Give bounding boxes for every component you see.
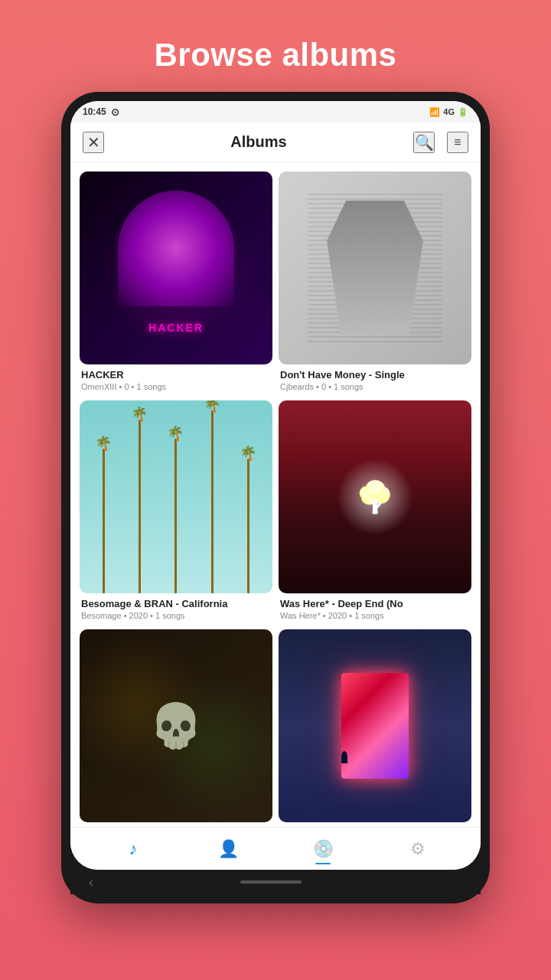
album-info: Besomage & BRAN - California Besomage • … <box>80 593 272 623</box>
status-time: 10:45 <box>83 106 106 117</box>
portal-artwork <box>341 673 409 779</box>
app-header: ✕ Albums 🔍 ≡ <box>70 122 481 162</box>
album-meta: Was Here* • 2020 • 1 songs <box>280 611 470 620</box>
album-info: Was Here* - Deep End (No Was Here* • 202… <box>279 593 471 623</box>
nav-profile[interactable]: 👤 <box>211 832 245 866</box>
album-cover-money <box>279 172 471 364</box>
status-bar: 10:45 ⊙ 📶 4G 🔋 <box>70 101 481 122</box>
filter-icon: ≡ <box>454 136 461 149</box>
list-item[interactable]: HACKER OmenXIII • 0 • 1 songs <box>80 172 272 394</box>
album-title: HACKER <box>81 369 271 381</box>
hacker-artwork <box>118 191 233 306</box>
signal-icon: 📶 <box>429 107 440 117</box>
palm-tree <box>174 439 177 593</box>
list-item[interactable]: Unknown album <box>279 629 471 827</box>
album-info: Don't Have Money - Single Cjbeards • 0 •… <box>279 364 471 394</box>
palm-tree <box>139 420 141 593</box>
album-meta: Cjbeards • 0 • 1 songs <box>280 382 470 391</box>
active-indicator <box>315 863 331 864</box>
network-type: 4G <box>443 107 455 116</box>
album-cover-hacker <box>80 172 272 364</box>
albums-icon: 💿 <box>313 839 334 859</box>
settings-icon: ⚙ <box>410 839 425 859</box>
close-icon: ✕ <box>87 133 100 152</box>
album-info: HACKER OmenXIII • 0 • 1 songs <box>80 364 272 394</box>
profile-icon: 👤 <box>218 839 239 859</box>
album-cover-california <box>80 400 272 593</box>
status-left: 10:45 ⊙ <box>83 106 119 118</box>
album-meta: OmenXIII • 0 • 1 songs <box>81 382 271 391</box>
search-button[interactable]: 🔍 <box>413 132 435 153</box>
list-item[interactable]: Don't Have Money - Single Cjbeards • 0 •… <box>279 172 471 394</box>
nav-pill <box>240 880 302 884</box>
list-item[interactable]: Besomage & BRAN - California Besomage • … <box>80 400 272 623</box>
california-artwork <box>80 400 272 593</box>
music-icon: ♪ <box>129 839 138 859</box>
phone-frame: 10:45 ⊙ 📶 4G 🔋 ✕ Albums 🔍 ≡ <box>61 92 490 903</box>
bottom-nav: ♪ 👤 💿 ⚙ <box>70 827 481 870</box>
album-meta: Besomage • 2020 • 1 songs <box>81 611 271 620</box>
albums-grid: HACKER OmenXIII • 0 • 1 songs Don't Have… <box>70 162 481 827</box>
palm-tree <box>103 449 105 593</box>
album-title: Besomage & BRAN - California <box>81 598 271 609</box>
album-cover-deepend: 🌳 <box>279 400 471 593</box>
deepend-artwork: 🌳 <box>317 439 432 554</box>
search-icon: 🔍 <box>415 133 434 152</box>
palm-tree <box>247 459 249 593</box>
album-title: Was Here* - Deep End (No <box>280 598 470 609</box>
phone-bottom-bar: ‹ <box>70 870 481 894</box>
close-button[interactable]: ✕ <box>83 132 104 153</box>
header-title: Albums <box>230 133 286 151</box>
album-cover-portal <box>279 629 471 822</box>
tree-icon: 🌳 <box>356 479 394 515</box>
list-item[interactable]: 💀 Unknown album <box>80 629 272 827</box>
skull-artwork: 💀 <box>149 701 203 751</box>
album-cover-skull: 💀 <box>80 629 272 822</box>
notification-icon: ⊙ <box>111 106 119 118</box>
nav-settings[interactable]: ⚙ <box>401 832 435 866</box>
phone-screen: 10:45 ⊙ 📶 4G 🔋 ✕ Albums 🔍 ≡ <box>70 101 481 870</box>
battery-icon: 🔋 <box>458 107 468 117</box>
header-icons: 🔍 ≡ <box>413 132 468 153</box>
page-title: Browse albums <box>155 37 397 74</box>
nav-albums[interactable]: 💿 <box>306 832 340 866</box>
list-item[interactable]: 🌳 Was Here* - Deep End (No Was Here* • 2… <box>279 400 471 623</box>
money-artwork <box>327 201 423 335</box>
filter-button[interactable]: ≡ <box>447 132 468 153</box>
palm-tree <box>211 410 214 593</box>
nav-music[interactable]: ♪ <box>116 832 150 866</box>
status-right: 📶 4G 🔋 <box>429 107 468 117</box>
back-arrow[interactable]: ‹ <box>89 874 93 890</box>
portal-figure <box>341 751 347 763</box>
album-title: Don't Have Money - Single <box>280 369 470 381</box>
